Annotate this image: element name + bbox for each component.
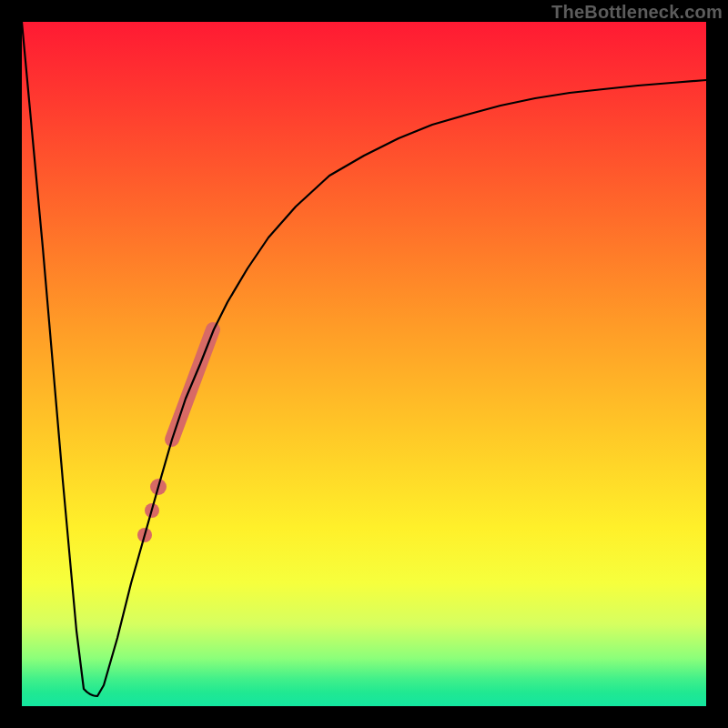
- attribution-text: TheBottleneck.com: [551, 2, 723, 23]
- bottleneck-curve: [22, 22, 706, 696]
- chart-svg: [22, 22, 706, 706]
- chart-frame: TheBottleneck.com: [0, 0, 728, 728]
- plot-area: [22, 22, 706, 706]
